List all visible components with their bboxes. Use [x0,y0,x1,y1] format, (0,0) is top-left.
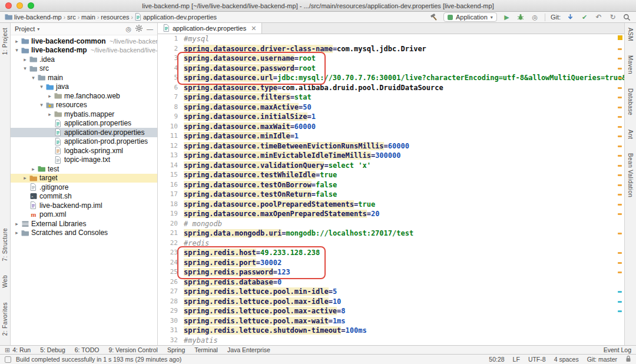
chevron-expanded-icon[interactable]: ▾ [38,84,45,90]
chevron-down-icon[interactable]: ▾ [37,27,39,32]
error-stripe-mark[interactable] [618,252,622,254]
code-line[interactable]: 25spring.redis.password=123 [158,267,624,277]
hide-icon[interactable]: — [147,25,153,32]
line-number[interactable]: 3 [158,54,184,64]
error-stripe-mark[interactable] [618,116,622,118]
tool-strip-tab[interactable]: 1: Project [2,28,8,55]
error-stripe-mark[interactable] [618,262,622,264]
tree-item[interactable]: ▾main [11,73,157,82]
error-stripe-mark[interactable] [618,145,622,147]
code-line[interactable]: 6spring.datasource.type=com.alibaba.drui… [158,83,624,93]
code-line[interactable]: 30spring.redis.lettuce.pool.max-wait=1ms [158,316,624,326]
tool-strip-tab[interactable]: ASM [627,28,634,41]
close-window-button[interactable] [5,2,12,9]
line-number[interactable]: 4 [158,64,184,74]
error-stripe-mark[interactable] [618,233,622,234]
line-number[interactable]: 28 [158,297,184,307]
tree-item[interactable]: ▸External Libraries [11,219,157,229]
tree-item[interactable]: ▸test [11,164,157,174]
code-line[interactable]: 2spring.datasource.driver-class-name=com… [158,44,624,54]
error-stripe-mark[interactable] [618,135,622,137]
tool-strip-tab[interactable]: Maven [627,55,634,74]
error-stripe-mark[interactable] [618,272,622,273]
tree-item[interactable]: >_commit.sh [11,192,157,201]
tool-strip-tab[interactable]: 7: Structure [2,228,8,262]
tool-window-tab[interactable]: 9: Version Control [108,346,157,353]
tree-item[interactable]: logback-spring.xml [11,146,157,155]
code-line[interactable]: 9spring.datasource.initialSize=1 [158,112,624,122]
line-number[interactable]: 6 [158,83,184,93]
line-number[interactable]: 7 [158,92,184,102]
line-number[interactable]: 18 [158,200,184,210]
run-configuration-select[interactable]: Application ▾ [443,12,497,22]
line-number[interactable]: 21 [158,229,184,239]
line-number[interactable]: 31 [158,326,184,336]
code-line[interactable]: 20# mongodb [158,219,624,229]
info-stripe-mark[interactable] [618,291,622,293]
tree-item[interactable]: ▸me.fanchaoo.web [11,91,157,101]
chevron-expanded-icon[interactable]: ▾ [38,102,45,108]
code-line[interactable]: 11spring.datasource.minIdle=1 [158,131,624,141]
tool-window-tab[interactable]: 5: Debug [40,346,65,353]
code-line[interactable]: 13spring.datasource.minEvictableIdleTime… [158,151,624,161]
error-stripe-mark[interactable] [618,48,622,50]
locate-icon[interactable]: ◎ [125,25,131,33]
error-stripe-mark[interactable] [618,213,622,215]
debug-icon[interactable] [516,13,525,22]
line-number[interactable]: 26 [158,277,184,287]
error-stripe-mark[interactable] [618,107,622,108]
status-encoding[interactable]: UTF-8 [528,356,546,363]
error-stripe-mark[interactable] [618,155,622,157]
breadcrumb-item[interactable]: resources [101,14,129,21]
code-line[interactable]: 32#mybatis [158,336,624,346]
info-stripe-mark[interactable] [618,301,622,303]
tree-item[interactable]: live-backend-mp.iml [11,201,157,210]
line-number[interactable]: 12 [158,141,184,151]
tool-strip-tab[interactable]: Bean Validation [627,153,634,197]
info-stripe-mark[interactable] [618,310,622,312]
line-number[interactable]: 13 [158,151,184,161]
run-icon[interactable]: ▶ [502,13,511,22]
git-commit-icon[interactable]: ✔ [580,13,589,22]
line-number[interactable]: 24 [158,258,184,268]
tree-item[interactable]: ▾java [11,82,157,92]
tab-application-dev-properties[interactable]: application-dev.properties ✕ [158,23,262,34]
error-stripe-mark[interactable] [618,174,622,176]
chevron-expanded-icon[interactable]: ▾ [13,47,21,53]
code-line[interactable]: 3spring.datasource.username=root [158,54,624,64]
code-line[interactable]: 10spring.datasource.maxWait=60000 [158,122,624,132]
tree-item[interactable]: topic-image.txt [11,155,157,165]
tree-item[interactable]: application.properties [11,119,157,128]
line-number[interactable]: 11 [158,131,184,141]
tree-item[interactable]: ▾src [11,64,157,74]
line-number[interactable]: 8 [158,102,184,112]
git-update-icon[interactable] [566,13,575,22]
close-icon[interactable]: ✕ [251,25,256,32]
chevron-expanded-icon[interactable]: ▾ [29,75,37,81]
line-number[interactable]: 27 [158,287,184,297]
tool-strip-tab[interactable]: Ant [627,130,634,139]
error-stripe-mark[interactable] [618,184,622,186]
tool-window-tab[interactable]: Spring [167,346,185,353]
line-number[interactable]: 30 [158,316,184,326]
line-number[interactable]: 29 [158,306,184,316]
chevron-collapsed-icon[interactable]: ▸ [13,230,21,236]
line-number[interactable]: 9 [158,112,184,122]
code-line[interactable]: 4spring.datasource.password=root [158,64,624,74]
code-line[interactable]: 21spring.data.mongodb.uri=mongodb://loca… [158,229,624,239]
toolwindow-switcher-icon[interactable]: ⊞ [5,346,10,354]
tool-strip-tab[interactable]: Database [627,88,634,115]
lock-icon[interactable] [625,355,631,363]
error-stripe-mark[interactable] [618,68,622,70]
zoom-window-button[interactable] [28,2,34,9]
code-line[interactable]: 23spring.redis.host=49.233.128.238 [158,248,624,258]
breadcrumb-item[interactable]: live-backend-mp [5,14,62,21]
git-history-icon[interactable]: ↻ [608,13,617,22]
chevron-collapsed-icon[interactable]: ▸ [46,111,54,117]
search-icon[interactable] [622,13,631,22]
tool-strip-tab[interactable]: Web [2,275,8,288]
tree-item[interactable]: mpom.xml [11,210,157,220]
code-line[interactable]: 1#mysql [158,34,624,44]
code-line[interactable]: 27spring.redis.lettuce.pool.min-idle=5 [158,287,624,297]
settings-icon[interactable] [135,25,143,33]
